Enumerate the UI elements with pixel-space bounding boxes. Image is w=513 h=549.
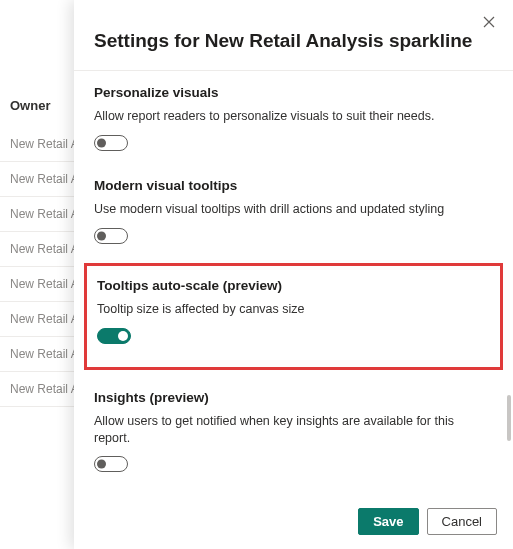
modern-tooltips-toggle[interactable] [94, 228, 128, 244]
scrollbar-thumb[interactable] [507, 395, 511, 441]
section-title: Tooltips auto-scale (preview) [97, 278, 490, 293]
tooltips-autoscale-toggle[interactable] [97, 328, 131, 344]
table-row: New Retail Ana [0, 162, 80, 197]
table-row: New Retail Ana [0, 232, 80, 267]
table-row: New Retail Ana [0, 127, 80, 162]
section-title: Insights (preview) [94, 390, 493, 405]
table-row: New Retail Ana [0, 267, 80, 302]
table-row: New Retail Ana [0, 197, 80, 232]
close-icon [483, 16, 495, 28]
highlight-annotation: Tooltips auto-scale (preview) Tooltip si… [84, 263, 503, 370]
background-owner-column: Owner New Retail Ana New Retail Ana New … [0, 90, 80, 407]
section-description: Use modern visual tooltips with drill ac… [94, 201, 493, 218]
table-row: New Retail Ana [0, 302, 80, 337]
section-insights: Insights (preview) Allow users to get no… [94, 376, 493, 486]
column-header-owner: Owner [0, 90, 80, 127]
table-row: New Retail Ana [0, 337, 80, 372]
personalize-visuals-toggle[interactable] [94, 135, 128, 151]
panel-title: Settings for New Retail Analysis sparkli… [94, 14, 493, 52]
section-tooltips-autoscale: Tooltips auto-scale (preview) Tooltip si… [97, 278, 490, 357]
cancel-button[interactable]: Cancel [427, 508, 497, 535]
section-title: Modern visual tooltips [94, 178, 493, 193]
panel-header: Settings for New Retail Analysis sparkli… [74, 0, 513, 70]
section-description: Allow report readers to personalize visu… [94, 108, 493, 125]
section-modern-tooltips: Modern visual tooltips Use modern visual… [94, 164, 493, 257]
section-description: Allow users to get notified when key ins… [94, 413, 493, 447]
panel-footer: Save Cancel [74, 498, 513, 549]
table-row: New Retail Ana [0, 372, 80, 407]
section-default-summarizations: Default summarizations For aggregated fi… [94, 485, 493, 498]
section-personalize-visuals: Personalize visuals Allow report readers… [94, 71, 493, 164]
settings-panel: Settings for New Retail Analysis sparkli… [74, 0, 513, 549]
section-description: Tooltip size is affected by canvas size [97, 301, 490, 318]
close-button[interactable] [479, 12, 499, 32]
section-title: Personalize visuals [94, 85, 493, 100]
save-button[interactable]: Save [358, 508, 418, 535]
panel-body: Personalize visuals Allow report readers… [74, 70, 513, 498]
insights-toggle[interactable] [94, 456, 128, 472]
